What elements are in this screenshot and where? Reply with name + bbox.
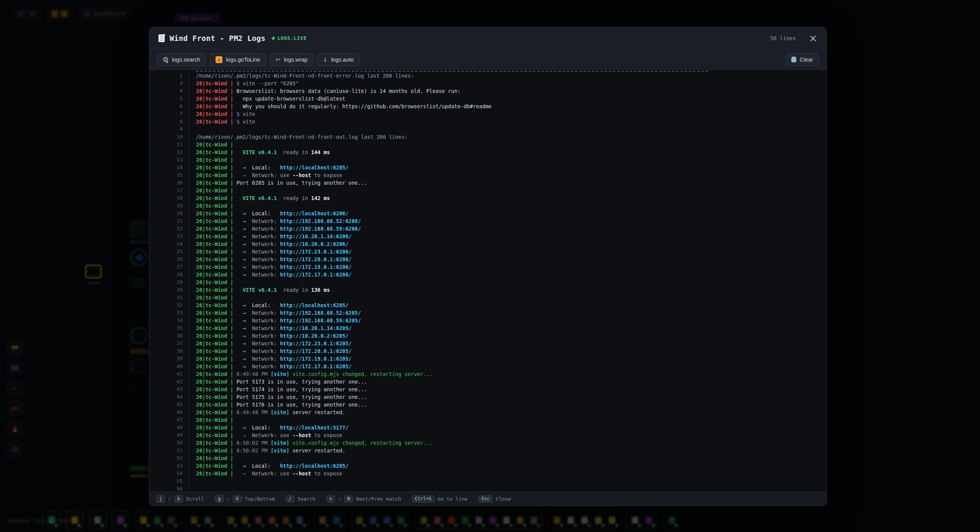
kbd-g: g [215, 495, 224, 503]
log-line-number: 30 [149, 286, 189, 294]
log-line-content: 26|tc-Wind | Port 6205 is in use, trying… [189, 179, 367, 187]
log-line-number: 36 [149, 332, 189, 340]
log-line: 55 [149, 477, 826, 485]
log-line: 10/home/riven/.pm2/logs/tc-Wind-Front-nd… [149, 133, 826, 141]
log-line: 4126|tc-Wind | 6:49:48 PM [vite] vite.co… [149, 370, 826, 378]
log-line-content: 26|tc-Wind | $ vite --port "6205" [189, 80, 299, 87]
log-line-content: 26|tc-Wind | 6:49:48 PM [vite] server re… [189, 408, 345, 416]
log-line-content [189, 125, 196, 133]
toolbar-button-label: logs.auto [331, 57, 354, 63]
log-line-number: 5 [149, 95, 189, 102]
modal-title: Wind Front - PM2 Logs [170, 34, 266, 42]
log-line-number: 3 [149, 80, 189, 87]
log-line-content: 26|tc-Wind | $ vite [189, 118, 255, 125]
goto-icon: ↓ [216, 56, 222, 63]
log-line-number: 25 [149, 248, 189, 255]
log-line-number: 17 [149, 187, 189, 194]
log-line-number: 20 [149, 210, 189, 217]
log-line-content: /home/riven/.pm2/logs/tc-Wind-Front-nd-f… [189, 133, 408, 141]
log-line-number: 10 [149, 133, 189, 141]
logs-search-button[interactable]: logs.search [157, 53, 206, 66]
log-line-content: 26|tc-Wind | Port 5173 is in use, trying… [189, 378, 367, 386]
log-viewport[interactable]: 2/home/riven/.pm2/logs/tc-Wind-Front-nd-… [149, 70, 826, 491]
log-line: 2426|tc-Wind | → Network: http://10.20.0… [149, 240, 826, 248]
log-line-content: 26|tc-Wind | → Network: http://172.23.0.… [189, 340, 351, 347]
modal-header: Wind Front - PM2 Logs LOGS.LIVE 56 lines… [149, 27, 826, 49]
log-line: 1526|tc-Wind | → Network: use --host to … [149, 171, 826, 179]
log-line-number: 18 [149, 194, 189, 202]
log-line-number: 7 [149, 110, 189, 118]
log-line: 4626|tc-Wind | 6:49:48 PM [vite] server … [149, 408, 826, 416]
log-line-number: 21 [149, 217, 189, 225]
log-line-content: 26|tc-Wind | → Network: http://172.17.0.… [189, 363, 351, 370]
log-line-content: 26|tc-Wind | VITE v6.4.1 ready in 142 ms [189, 194, 330, 202]
log-line: 1226|tc-Wind | VITE v6.4.1 ready in 144 … [149, 148, 826, 156]
log-line-number: 4 [149, 87, 189, 95]
modal-toolbar: logs.search↓logs.goToLine↩logs.wrap↓logs… [149, 49, 826, 70]
log-line: 4426|tc-Wind | Port 5175 is in use, tryi… [149, 393, 826, 401]
search-icon [163, 57, 168, 62]
footer-hint-label: Close [496, 496, 511, 502]
log-line: 1726|tc-Wind | [149, 187, 826, 194]
footer-hint-top-bottom: g/GTop/Bottom [215, 495, 275, 503]
log-line-content: 26|tc-Wind | → Network: http://10.20.1.1… [189, 233, 351, 240]
logs-auto-button[interactable]: ↓logs.auto [317, 53, 359, 66]
log-line-content: 26|tc-Wind | VITE v6.4.1 ready in 136 ms [189, 286, 330, 294]
log-line-content: 26|tc-Wind | → Network: http://192.168.6… [189, 217, 361, 225]
log-line-number: 49 [149, 431, 189, 439]
modal-footer: j/kScrollg/GTop/Bottom/Searchn/NNext/Pre… [149, 491, 826, 506]
footer-hint-label: Go to line [438, 496, 467, 502]
log-line-number: 6 [149, 102, 189, 110]
log-line-content: 26|tc-Wind | → Local: http://localhost:6… [189, 462, 348, 470]
log-line: 4026|tc-Wind | → Network: http://172.17.… [149, 363, 826, 370]
footer-hint-label: Next/Prev match [356, 496, 401, 502]
log-line-number: 45 [149, 401, 189, 408]
log-line-content: 26|tc-Wind | [189, 454, 234, 462]
log-line-content: 26|tc-Wind | [189, 278, 234, 286]
log-line: 3926|tc-Wind | → Network: http://172.19.… [149, 355, 826, 363]
log-line: 1926|tc-Wind | [149, 202, 826, 210]
log-line-number: 26 [149, 255, 189, 263]
footer-hint-scroll: j/kScroll [156, 495, 204, 503]
footer-hint-close: EscClose [478, 495, 511, 503]
log-line: 1126|tc-Wind | [149, 141, 826, 148]
log-line-number: 13 [149, 156, 189, 164]
log-line-number: 28 [149, 271, 189, 278]
close-icon[interactable]: × [809, 33, 817, 43]
log-line-number: 8 [149, 118, 189, 125]
kbd-k: k [174, 495, 183, 503]
log-line-content: 26|tc-Wind | 6:50:02 PM [vite] vite.conf… [189, 439, 433, 447]
log-line-content: 26|tc-Wind | Why you should do it regula… [189, 102, 492, 110]
kbd-g: G [233, 495, 242, 503]
log-line-content: 26|tc-Wind | [189, 141, 234, 148]
log-line-number: 48 [149, 424, 189, 431]
log-line-content: 26|tc-Wind | npx update-browserslist-db@… [189, 95, 345, 102]
document-icon [158, 34, 165, 42]
log-line-number: 32 [149, 301, 189, 309]
log-line: 3626|tc-Wind | → Network: http://10.20.0… [149, 332, 826, 340]
kbd-n: N [344, 495, 353, 503]
log-line-number: 46 [149, 408, 189, 416]
toolbar-button-label: logs.search [172, 57, 200, 63]
log-line: 5226|tc-Wind | [149, 454, 826, 462]
log-line-number: 55 [149, 477, 189, 485]
auto-icon: ↓ [323, 56, 328, 63]
log-line-content: 26|tc-Wind | [189, 202, 234, 210]
log-line-number: 27 [149, 263, 189, 271]
log-line-number: 19 [149, 202, 189, 210]
log-line-number: 44 [149, 393, 189, 401]
logs-wrap-button[interactable]: ↩logs.wrap [270, 53, 314, 66]
log-line: 2126|tc-Wind | → Network: http://192.168… [149, 217, 826, 225]
log-line: 2926|tc-Wind | [149, 278, 826, 286]
kbd-/: / [286, 495, 294, 503]
log-line-content: 26|tc-Wind | VITE v6.4.1 ready in 144 ms [189, 148, 330, 156]
log-line: 2726|tc-Wind | → Network: http://172.19.… [149, 263, 826, 271]
lines-count: 56 lines [770, 35, 796, 41]
logs-goToLine-button[interactable]: ↓logs.goToLine [210, 53, 266, 66]
log-line-content: 26|tc-Wind | Port 5176 is in use, trying… [189, 401, 367, 408]
log-line-content: 26|tc-Wind | [189, 294, 234, 301]
log-line-content: 26|tc-Wind | [189, 416, 234, 424]
clear-button[interactable]: Clear [786, 53, 819, 66]
log-line-content: 26|tc-Wind | [189, 187, 234, 194]
log-line-content: 26|tc-Wind | → Network: use --host to ex… [189, 431, 342, 439]
